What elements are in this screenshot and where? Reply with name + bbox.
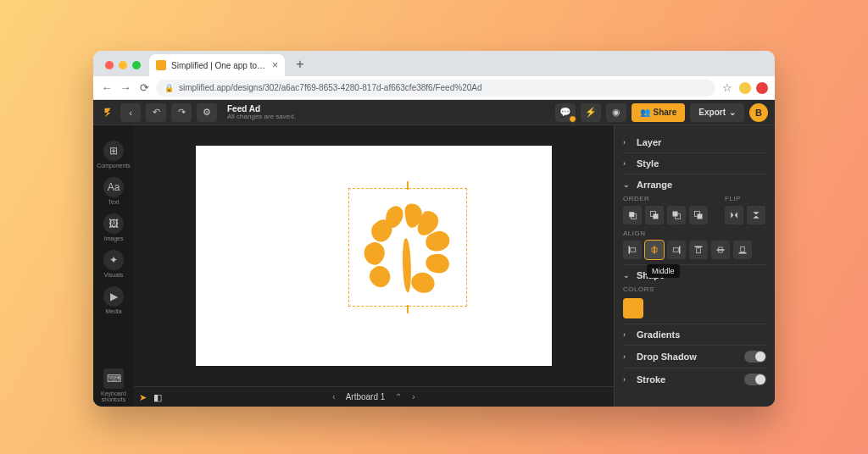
artboard[interactable]	[196, 146, 552, 366]
app-root: ‹ ↶ ↷ ⚙ Feed Ad All changes are saved. 💬…	[93, 100, 775, 407]
left-rail: ⊞ Components Aa Text 🖼 Images ✦ Visuals …	[93, 125, 134, 407]
close-window-icon[interactable]	[105, 61, 114, 69]
window-controls[interactable]	[100, 61, 146, 76]
svg-rect-12	[679, 246, 681, 254]
selection-handle-bottom[interactable]	[407, 305, 409, 313]
rail-item-components[interactable]: ⊞ Components	[93, 137, 134, 172]
chevron-right-icon: ›	[623, 159, 632, 168]
chevron-down-icon: ⌄	[623, 271, 632, 280]
section-gradients[interactable]: ›Gradients	[623, 324, 766, 346]
close-tab-icon[interactable]: ×	[272, 59, 278, 71]
address-field[interactable]: 🔒 simplified.app/designs/302/a6ac7f69-86…	[156, 80, 715, 97]
components-icon: ⊞	[103, 141, 124, 161]
prev-artboard-button[interactable]: ‹	[332, 392, 335, 401]
share-button[interactable]: 👥 Share	[632, 103, 686, 122]
minimize-window-icon[interactable]	[119, 61, 127, 69]
maximize-window-icon[interactable]	[132, 61, 141, 69]
chevron-right-icon: ›	[623, 138, 632, 147]
tooltip: Middle	[647, 264, 680, 278]
export-button[interactable]: Export ⌄	[690, 103, 744, 122]
bring-front-button[interactable]	[623, 206, 642, 224]
undo-button[interactable]: ↶	[146, 103, 166, 122]
stroke-toggle[interactable]	[744, 374, 766, 385]
section-drop-shadow[interactable]: ›Drop Shadow	[623, 346, 766, 368]
svg-rect-18	[739, 252, 747, 254]
selection-box[interactable]	[348, 188, 467, 307]
reload-button[interactable]: ⟳	[137, 81, 151, 94]
rail-item-images[interactable]: 🖼 Images	[93, 210, 134, 245]
text-icon: Aa	[103, 177, 124, 197]
section-shape: ⌄Shape COLORS	[623, 265, 766, 324]
send-backward-button[interactable]	[667, 206, 686, 224]
align-bottom-button[interactable]	[733, 241, 752, 259]
section-layer[interactable]: ›Layer	[623, 132, 766, 153]
bolt-button[interactable]: ⚡	[581, 103, 601, 122]
shape-monstera-leaf[interactable]	[353, 193, 462, 302]
selection-handle-top[interactable]	[407, 181, 409, 190]
user-avatar[interactable]: B	[749, 103, 768, 122]
align-right-button[interactable]	[667, 241, 686, 259]
redo-button[interactable]: ↷	[171, 103, 192, 122]
rail-item-text[interactable]: Aa Text	[93, 174, 134, 208]
svg-rect-9	[631, 248, 636, 252]
flip-horizontal-button[interactable]	[725, 206, 743, 224]
chevron-right-icon: ›	[623, 330, 632, 339]
chevron-right-icon: ›	[623, 352, 632, 361]
browser-tab[interactable]: Simplified | One app to design... ×	[149, 54, 285, 76]
svg-rect-10	[654, 246, 655, 254]
inspector-panel: ›Layer ›Style ⌄Arrange ORDER	[614, 125, 775, 407]
document-title[interactable]: Feed Ad	[227, 105, 296, 114]
cursor-tool-icon[interactable]: ➤	[139, 392, 147, 403]
rail-item-visuals[interactable]: ✦ Visuals	[93, 246, 134, 281]
artboard-nav: ‹ Artboard 1 ⌃ ›	[134, 386, 614, 407]
canvas-area[interactable]: ➤ ◧ ‹ Artboard 1 ⌃ ›	[134, 125, 614, 407]
back-button[interactable]: ←	[100, 81, 114, 94]
star-button[interactable]: ☆	[721, 81, 734, 94]
tab-strip: Simplified | One app to design... × +	[93, 51, 775, 76]
extension-icon[interactable]	[756, 82, 768, 94]
svg-rect-3	[654, 214, 659, 219]
preview-button[interactable]: ◉	[606, 103, 626, 122]
media-icon: ▶	[103, 286, 124, 307]
rail-item-shortcuts[interactable]: ⌨ Keyboard shortcuts	[93, 365, 134, 407]
rail-item-media[interactable]: ▶ Media	[93, 283, 134, 318]
svg-rect-16	[717, 249, 725, 251]
align-center-button[interactable]	[645, 241, 664, 259]
chevron-down-icon: ⌄	[623, 180, 632, 189]
section-stroke[interactable]: ›Stroke	[623, 368, 766, 390]
url-text: simplified.app/designs/302/a6ac7f69-8653…	[179, 83, 481, 92]
comments-button[interactable]: 💬	[555, 103, 576, 122]
app-toolbar: ‹ ↶ ↷ ⚙ Feed Ad All changes are saved. 💬…	[93, 100, 775, 125]
extension-icon[interactable]	[739, 82, 751, 94]
artboard-menu-button[interactable]: ⌃	[395, 392, 402, 401]
forward-button[interactable]: →	[119, 81, 132, 94]
order-label: ORDER	[623, 195, 708, 202]
drop-shadow-toggle[interactable]	[744, 351, 766, 363]
favicon-icon	[156, 60, 166, 70]
bring-forward-button[interactable]	[645, 206, 664, 224]
svg-rect-19	[741, 246, 745, 252]
svg-rect-0	[629, 212, 634, 217]
send-back-button[interactable]	[689, 206, 708, 224]
flip-vertical-button[interactable]	[747, 206, 765, 224]
tab-title: Simplified | One app to design...	[171, 61, 267, 70]
svg-rect-14	[695, 246, 703, 248]
layers-toggle-icon[interactable]: ◧	[153, 392, 162, 403]
align-top-button[interactable]	[689, 241, 708, 259]
browser-window: Simplified | One app to design... × + ← …	[93, 51, 775, 407]
back-nav-button[interactable]: ‹	[120, 103, 141, 122]
save-status: All changes are saved.	[227, 114, 296, 120]
artboard-label[interactable]: Artboard 1	[346, 392, 386, 401]
new-tab-button[interactable]: +	[290, 54, 310, 75]
align-left-button[interactable]	[623, 241, 642, 259]
chevron-down-icon: ⌄	[729, 108, 736, 117]
align-middle-button[interactable]	[711, 241, 730, 259]
fill-color-swatch[interactable]	[623, 298, 643, 318]
app-logo-icon[interactable]	[100, 105, 115, 120]
section-style[interactable]: ›Style	[623, 153, 766, 174]
settings-button[interactable]: ⚙	[197, 103, 217, 122]
canvas-footer-left: ➤ ◧	[139, 392, 162, 403]
url-bar: ← → ⟳ 🔒 simplified.app/designs/302/a6ac7…	[93, 76, 775, 100]
rail-item-templates[interactable]	[93, 129, 134, 136]
next-artboard-button[interactable]: ›	[412, 392, 415, 401]
